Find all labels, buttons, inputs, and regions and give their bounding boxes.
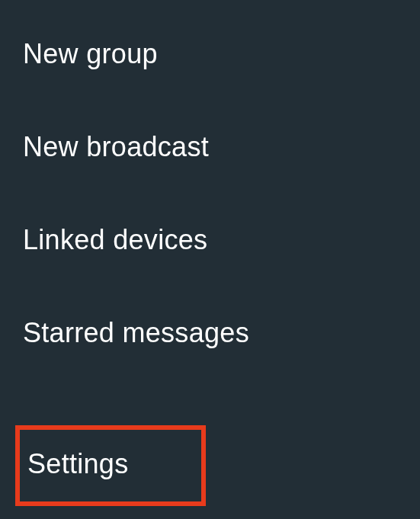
menu-item-linked-devices[interactable]: Linked devices [0, 194, 420, 287]
overflow-menu: New group New broadcast Linked devices S… [0, 0, 420, 380]
menu-item-starred-messages[interactable]: Starred messages [0, 287, 420, 380]
highlight-box: Settings [15, 425, 206, 506]
menu-item-settings[interactable]: Settings [27, 448, 186, 480]
menu-item-new-broadcast[interactable]: New broadcast [0, 101, 420, 194]
menu-item-new-group[interactable]: New group [0, 8, 420, 101]
